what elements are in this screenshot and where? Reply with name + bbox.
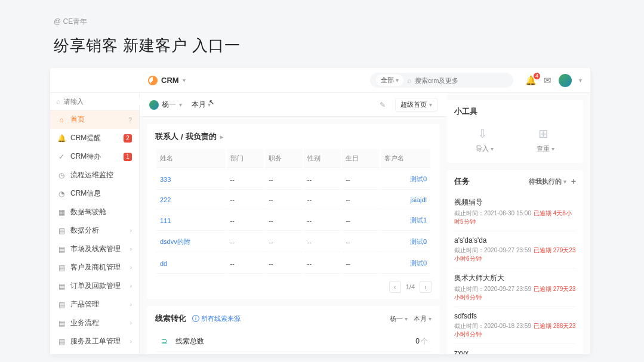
menu-icon: ◷ bbox=[57, 171, 66, 180]
task-item[interactable]: sdfsdfs 截止时间：2020-09-18 23:59已逾期 288天23小… bbox=[454, 307, 576, 344]
home-dropdown[interactable]: 超级首页 ▾ bbox=[395, 98, 437, 112]
overdue-badge: 已逾期 279天23小时6分钟 bbox=[454, 286, 576, 301]
task-item[interactable]: zxvx 截止时间：2020-09-18 23:59已逾期 288天23小时6分… bbox=[454, 344, 576, 354]
customer-link[interactable]: 测试0 bbox=[381, 232, 430, 252]
sidebar-item-label: CRM提醒 bbox=[70, 133, 119, 143]
menu-icon: ▤ bbox=[57, 301, 66, 309]
chevron-right-icon: › bbox=[130, 227, 132, 234]
task-item[interactable]: a's'da's'da 截止时间：2020-09-27 23:59已逾期 279… bbox=[454, 231, 576, 268]
leads-filter-period[interactable]: 本月 ▾ bbox=[414, 314, 432, 323]
sidebar-item[interactable]: 🔔 CRM提醒 2 bbox=[50, 129, 139, 147]
sidebar-item[interactable]: ⌂ 首页 ? bbox=[50, 110, 139, 129]
tool-label: 导入 ▾ bbox=[476, 144, 494, 153]
customer-link[interactable]: 测试0 bbox=[381, 253, 430, 274]
table-row[interactable]: dsdvv的附 ---- ---- 测试0 bbox=[156, 232, 430, 252]
edit-icon[interactable]: ✎ bbox=[380, 101, 386, 109]
info-icon: i bbox=[192, 315, 199, 322]
brand-dropdown[interactable]: CRM ▾ bbox=[148, 76, 186, 85]
sidebar-item[interactable]: ✓ CRM待办 1 bbox=[50, 147, 139, 166]
contact-name[interactable]: 222 bbox=[156, 191, 226, 209]
app-window: CRM ▾ 全部 ▾ ⌕ 🔔4 ✉ ▾ ⌕ + ⌂ 首页 ? 🔔 CRM提醒 bbox=[50, 68, 590, 354]
menu-icon: ▤ bbox=[57, 264, 66, 272]
task-item[interactable]: 奥术大师大所大 截止时间：2020-09-27 23:59已逾期 279天23小… bbox=[454, 268, 576, 307]
overdue-badge: 已逾期 279天23小时6分钟 bbox=[454, 247, 576, 262]
sidebar-search-input[interactable] bbox=[64, 98, 146, 105]
menu-icon: ▤ bbox=[57, 319, 66, 327]
search-scope[interactable]: 全部 ▾ bbox=[376, 75, 403, 86]
brand-icon bbox=[148, 76, 158, 85]
sidebar-item-label: 流程运维监控 bbox=[70, 170, 132, 180]
metric-count: 0个 bbox=[415, 336, 428, 346]
sidebar-item[interactable]: ▤ 客户及商机管理 › bbox=[50, 258, 139, 277]
contacts-panel: 联系人 / 我负责的 ▸ 姓名部门职务性别生日客户名 333 ---- ----… bbox=[147, 124, 440, 299]
sidebar: ⌕ + ⌂ 首页 ? 🔔 CRM提醒 2 ✓ CRM待办 1 ◷ 流程运维监控 … bbox=[50, 93, 140, 354]
sidebar-item-label: 数据驾驶舱 bbox=[70, 207, 132, 217]
table-row[interactable]: 111 ---- ---- 测试1 bbox=[156, 211, 430, 231]
contacts-title[interactable]: 联系人 / 我负责的 ▸ bbox=[155, 131, 432, 142]
tasks-tab-dropdown[interactable]: 待我执行的 ▾ bbox=[529, 177, 566, 186]
contact-name[interactable]: 333 bbox=[156, 169, 226, 190]
contact-name[interactable]: 111 bbox=[156, 211, 226, 231]
menu-icon: 🔔 bbox=[57, 134, 66, 143]
leads-filter-user[interactable]: 杨一 ▾ bbox=[390, 314, 408, 323]
customer-link[interactable]: 测试1 bbox=[381, 211, 430, 231]
sidebar-item[interactable]: ▦ 数据驾驶舱 bbox=[50, 203, 139, 221]
notification-bell-icon[interactable]: 🔔4 bbox=[525, 75, 537, 86]
overdue-badge: 已逾期 4天8小时5分钟 bbox=[454, 210, 572, 225]
global-search[interactable]: 全部 ▾ ⌕ bbox=[370, 73, 513, 88]
task-name: 奥术大师大所大 bbox=[454, 273, 576, 283]
menu-icon: ▤ bbox=[57, 282, 66, 290]
metric-row: ⊇ 线索总数 0个 bbox=[155, 331, 432, 352]
contact-name[interactable]: dsdvv的附 bbox=[156, 232, 226, 252]
sidebar-item[interactable]: ◔ CRM信息 bbox=[50, 184, 139, 203]
topbar: CRM ▾ 全部 ▾ ⌕ 🔔4 ✉ ▾ bbox=[50, 68, 590, 93]
customer-link[interactable]: 测试0 bbox=[381, 169, 430, 190]
add-task-button[interactable]: + bbox=[571, 177, 576, 186]
user-avatar[interactable] bbox=[559, 74, 572, 87]
task-deadline: 截止时间：2021-06-30 15:00已逾期 4天8小时5分钟 bbox=[454, 209, 576, 226]
chevron-right-icon: › bbox=[130, 246, 132, 252]
sidebar-item[interactable]: ▤ 数据分析 › bbox=[50, 221, 139, 240]
sidebar-item[interactable]: ☺ 人员 bbox=[50, 351, 139, 354]
tool-button[interactable]: ⊞ 查重 ▾ bbox=[537, 126, 554, 153]
chevron-down-icon: ▾ bbox=[429, 101, 432, 108]
sidebar-item-label: CRM待办 bbox=[70, 151, 119, 162]
sidebar-item[interactable]: ▤ 市场及线索管理 › bbox=[50, 240, 139, 258]
task-deadline: 截止时间：2020-09-27 23:59已逾期 279天23小时6分钟 bbox=[454, 285, 576, 302]
filter-user-dropdown[interactable]: 杨一 ▾ bbox=[149, 100, 182, 110]
metric-row: ▦ 转化为客户的线索数/转化率 0个 /0.00% bbox=[155, 352, 432, 354]
sidebar-item[interactable]: ▤ 业务流程 › bbox=[50, 314, 139, 332]
tools-title: 小工具 bbox=[454, 106, 576, 117]
customer-link[interactable]: jsiajdl bbox=[381, 191, 430, 209]
chevron-right-icon: › bbox=[130, 320, 132, 326]
sidebar-item[interactable]: ▤ 订单及回款管理 › bbox=[50, 277, 139, 295]
column-header: 客户名 bbox=[381, 149, 430, 168]
chevron-down-icon: ▾ bbox=[183, 77, 186, 83]
count-badge: 1 bbox=[124, 153, 132, 161]
search-input[interactable] bbox=[415, 77, 507, 84]
contacts-table: 姓名部门职务性别生日客户名 333 ---- ---- 测试0222 ---- … bbox=[155, 148, 432, 275]
cursor-icon: ↖ bbox=[209, 98, 214, 106]
tools-widget: 小工具 ⇩ 导入 ▾⊞ 查重 ▾ bbox=[447, 100, 583, 163]
column-header: 性别 bbox=[304, 149, 341, 168]
inbox-icon[interactable]: ✉ bbox=[544, 75, 551, 86]
next-page-button[interactable]: › bbox=[420, 281, 432, 293]
table-row[interactable]: 222 ---- ---- jsiajdl bbox=[156, 191, 430, 209]
sidebar-item[interactable]: ◷ 流程运维监控 bbox=[50, 166, 139, 184]
contact-name[interactable]: dd bbox=[156, 253, 226, 274]
menu-icon: ▤ bbox=[57, 245, 66, 253]
sidebar-item[interactable]: ▤ 产品管理 › bbox=[50, 295, 139, 314]
prev-page-button[interactable]: ‹ bbox=[389, 281, 401, 293]
filter-period-dropdown[interactable]: 本月 ▾ bbox=[192, 100, 211, 110]
task-item[interactable]: 视频辅导 截止时间：2021-06-30 15:00已逾期 4天8小时5分钟 bbox=[454, 193, 576, 231]
leads-panel: 线索转化 i 所有线索来源 杨一 ▾ 本月 ▾ ⊇ 线索总数 0个 ▦ 转化为客… bbox=[147, 306, 440, 354]
column-header: 生日 bbox=[342, 149, 380, 168]
sidebar-item[interactable]: ▤ 服务及工单管理 › bbox=[50, 332, 139, 351]
menu-icon: ▤ bbox=[57, 338, 66, 346]
table-row[interactable]: 333 ---- ---- 测试0 bbox=[156, 169, 430, 190]
table-row[interactable]: dd ---- ---- 测试0 bbox=[156, 253, 430, 274]
tool-button[interactable]: ⇩ 导入 ▾ bbox=[476, 126, 494, 153]
chevron-right-icon: › bbox=[130, 264, 132, 271]
leads-source-link[interactable]: i 所有线索来源 bbox=[192, 314, 241, 323]
task-name: zxvx bbox=[454, 349, 576, 354]
